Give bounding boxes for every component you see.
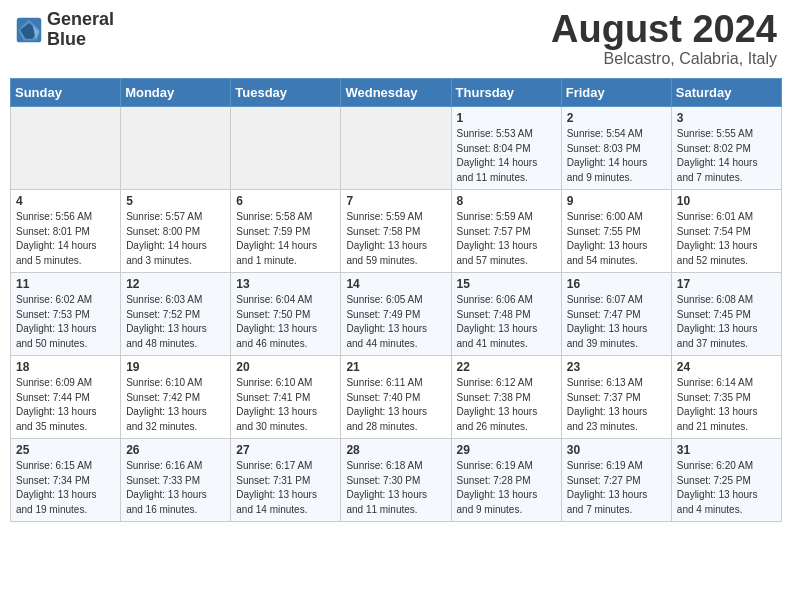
day-number: 27	[236, 443, 335, 457]
cell-content: Sunrise: 6:15 AMSunset: 7:34 PMDaylight:…	[16, 459, 115, 517]
location-subtitle: Belcastro, Calabria, Italy	[551, 50, 777, 68]
calendar-cell: 13Sunrise: 6:04 AMSunset: 7:50 PMDayligh…	[231, 273, 341, 356]
day-number: 16	[567, 277, 666, 291]
weekday-header-tuesday: Tuesday	[231, 79, 341, 107]
calendar-cell: 8Sunrise: 5:59 AMSunset: 7:57 PMDaylight…	[451, 190, 561, 273]
day-number: 31	[677, 443, 776, 457]
calendar-cell: 11Sunrise: 6:02 AMSunset: 7:53 PMDayligh…	[11, 273, 121, 356]
day-number: 22	[457, 360, 556, 374]
title-block: August 2024 Belcastro, Calabria, Italy	[551, 10, 777, 68]
page-header: General Blue August 2024 Belcastro, Cala…	[10, 10, 782, 68]
cell-content: Sunrise: 6:05 AMSunset: 7:49 PMDaylight:…	[346, 293, 445, 351]
day-number: 1	[457, 111, 556, 125]
cell-content: Sunrise: 6:02 AMSunset: 7:53 PMDaylight:…	[16, 293, 115, 351]
cell-content: Sunrise: 6:06 AMSunset: 7:48 PMDaylight:…	[457, 293, 556, 351]
calendar-week-2: 4Sunrise: 5:56 AMSunset: 8:01 PMDaylight…	[11, 190, 782, 273]
day-number: 6	[236, 194, 335, 208]
calendar-cell: 6Sunrise: 5:58 AMSunset: 7:59 PMDaylight…	[231, 190, 341, 273]
day-number: 8	[457, 194, 556, 208]
weekday-header-friday: Friday	[561, 79, 671, 107]
calendar-cell: 21Sunrise: 6:11 AMSunset: 7:40 PMDayligh…	[341, 356, 451, 439]
calendar-cell: 5Sunrise: 5:57 AMSunset: 8:00 PMDaylight…	[121, 190, 231, 273]
calendar-cell: 3Sunrise: 5:55 AMSunset: 8:02 PMDaylight…	[671, 107, 781, 190]
cell-content: Sunrise: 5:53 AMSunset: 8:04 PMDaylight:…	[457, 127, 556, 185]
calendar-week-1: 1Sunrise: 5:53 AMSunset: 8:04 PMDaylight…	[11, 107, 782, 190]
day-number: 26	[126, 443, 225, 457]
calendar-cell: 7Sunrise: 5:59 AMSunset: 7:58 PMDaylight…	[341, 190, 451, 273]
day-number: 19	[126, 360, 225, 374]
cell-content: Sunrise: 6:19 AMSunset: 7:27 PMDaylight:…	[567, 459, 666, 517]
day-number: 5	[126, 194, 225, 208]
cell-content: Sunrise: 6:16 AMSunset: 7:33 PMDaylight:…	[126, 459, 225, 517]
day-number: 18	[16, 360, 115, 374]
calendar-cell: 10Sunrise: 6:01 AMSunset: 7:54 PMDayligh…	[671, 190, 781, 273]
cell-content: Sunrise: 6:01 AMSunset: 7:54 PMDaylight:…	[677, 210, 776, 268]
calendar-cell: 30Sunrise: 6:19 AMSunset: 7:27 PMDayligh…	[561, 439, 671, 522]
cell-content: Sunrise: 5:59 AMSunset: 7:57 PMDaylight:…	[457, 210, 556, 268]
cell-content: Sunrise: 5:54 AMSunset: 8:03 PMDaylight:…	[567, 127, 666, 185]
calendar-cell	[121, 107, 231, 190]
logo: General Blue	[15, 10, 114, 50]
weekday-header-sunday: Sunday	[11, 79, 121, 107]
cell-content: Sunrise: 5:57 AMSunset: 8:00 PMDaylight:…	[126, 210, 225, 268]
day-number: 10	[677, 194, 776, 208]
weekday-header-monday: Monday	[121, 79, 231, 107]
calendar-cell: 14Sunrise: 6:05 AMSunset: 7:49 PMDayligh…	[341, 273, 451, 356]
calendar-cell: 31Sunrise: 6:20 AMSunset: 7:25 PMDayligh…	[671, 439, 781, 522]
day-number: 30	[567, 443, 666, 457]
calendar-cell: 25Sunrise: 6:15 AMSunset: 7:34 PMDayligh…	[11, 439, 121, 522]
calendar-cell	[231, 107, 341, 190]
calendar-cell: 2Sunrise: 5:54 AMSunset: 8:03 PMDaylight…	[561, 107, 671, 190]
cell-content: Sunrise: 6:04 AMSunset: 7:50 PMDaylight:…	[236, 293, 335, 351]
day-number: 17	[677, 277, 776, 291]
cell-content: Sunrise: 6:14 AMSunset: 7:35 PMDaylight:…	[677, 376, 776, 434]
day-number: 28	[346, 443, 445, 457]
cell-content: Sunrise: 6:12 AMSunset: 7:38 PMDaylight:…	[457, 376, 556, 434]
calendar-cell: 27Sunrise: 6:17 AMSunset: 7:31 PMDayligh…	[231, 439, 341, 522]
calendar-cell: 16Sunrise: 6:07 AMSunset: 7:47 PMDayligh…	[561, 273, 671, 356]
day-number: 23	[567, 360, 666, 374]
logo-text: General Blue	[47, 10, 114, 50]
cell-content: Sunrise: 6:11 AMSunset: 7:40 PMDaylight:…	[346, 376, 445, 434]
calendar-cell: 22Sunrise: 6:12 AMSunset: 7:38 PMDayligh…	[451, 356, 561, 439]
calendar-cell: 9Sunrise: 6:00 AMSunset: 7:55 PMDaylight…	[561, 190, 671, 273]
day-number: 14	[346, 277, 445, 291]
day-number: 29	[457, 443, 556, 457]
cell-content: Sunrise: 5:58 AMSunset: 7:59 PMDaylight:…	[236, 210, 335, 268]
cell-content: Sunrise: 5:55 AMSunset: 8:02 PMDaylight:…	[677, 127, 776, 185]
cell-content: Sunrise: 5:59 AMSunset: 7:58 PMDaylight:…	[346, 210, 445, 268]
calendar-cell	[341, 107, 451, 190]
calendar-cell: 19Sunrise: 6:10 AMSunset: 7:42 PMDayligh…	[121, 356, 231, 439]
cell-content: Sunrise: 6:08 AMSunset: 7:45 PMDaylight:…	[677, 293, 776, 351]
calendar-cell: 24Sunrise: 6:14 AMSunset: 7:35 PMDayligh…	[671, 356, 781, 439]
cell-content: Sunrise: 6:09 AMSunset: 7:44 PMDaylight:…	[16, 376, 115, 434]
calendar-cell: 17Sunrise: 6:08 AMSunset: 7:45 PMDayligh…	[671, 273, 781, 356]
calendar-week-3: 11Sunrise: 6:02 AMSunset: 7:53 PMDayligh…	[11, 273, 782, 356]
calendar-body: 1Sunrise: 5:53 AMSunset: 8:04 PMDaylight…	[11, 107, 782, 522]
cell-content: Sunrise: 6:18 AMSunset: 7:30 PMDaylight:…	[346, 459, 445, 517]
day-number: 7	[346, 194, 445, 208]
cell-content: Sunrise: 6:10 AMSunset: 7:41 PMDaylight:…	[236, 376, 335, 434]
calendar-cell: 20Sunrise: 6:10 AMSunset: 7:41 PMDayligh…	[231, 356, 341, 439]
logo-line2: Blue	[47, 30, 114, 50]
day-number: 4	[16, 194, 115, 208]
day-number: 25	[16, 443, 115, 457]
cell-content: Sunrise: 6:00 AMSunset: 7:55 PMDaylight:…	[567, 210, 666, 268]
calendar-week-5: 25Sunrise: 6:15 AMSunset: 7:34 PMDayligh…	[11, 439, 782, 522]
calendar-week-4: 18Sunrise: 6:09 AMSunset: 7:44 PMDayligh…	[11, 356, 782, 439]
cell-content: Sunrise: 6:13 AMSunset: 7:37 PMDaylight:…	[567, 376, 666, 434]
calendar-cell: 18Sunrise: 6:09 AMSunset: 7:44 PMDayligh…	[11, 356, 121, 439]
day-number: 11	[16, 277, 115, 291]
calendar-header: SundayMondayTuesdayWednesdayThursdayFrid…	[11, 79, 782, 107]
weekday-header-wednesday: Wednesday	[341, 79, 451, 107]
calendar-cell: 15Sunrise: 6:06 AMSunset: 7:48 PMDayligh…	[451, 273, 561, 356]
cell-content: Sunrise: 6:19 AMSunset: 7:28 PMDaylight:…	[457, 459, 556, 517]
calendar-cell: 29Sunrise: 6:19 AMSunset: 7:28 PMDayligh…	[451, 439, 561, 522]
day-number: 21	[346, 360, 445, 374]
calendar-cell: 23Sunrise: 6:13 AMSunset: 7:37 PMDayligh…	[561, 356, 671, 439]
calendar-cell: 12Sunrise: 6:03 AMSunset: 7:52 PMDayligh…	[121, 273, 231, 356]
calendar-table: SundayMondayTuesdayWednesdayThursdayFrid…	[10, 78, 782, 522]
day-number: 2	[567, 111, 666, 125]
weekday-header-thursday: Thursday	[451, 79, 561, 107]
day-number: 24	[677, 360, 776, 374]
